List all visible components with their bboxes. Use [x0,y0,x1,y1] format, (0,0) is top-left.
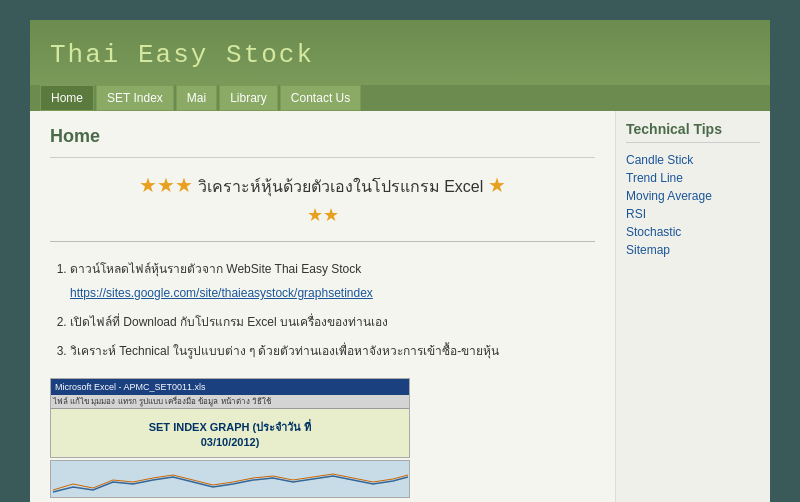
screenshot-area: Microsoft Excel - APMC_SET0011.xls ไฟล์ … [50,378,595,498]
sub-stars: ★★ [50,204,595,226]
sidebar-link-moving[interactable]: Moving Average [626,187,760,205]
instructions-list: ดาวน์โหลดไฟล์หุ้นรายตัวจาก WebSite Thai … [70,257,595,363]
window-title-bar: Microsoft Excel - APMC_SET0011.xls [55,382,206,392]
list-item-2-text: เปิดไฟล์ที่ Download กับโปรแกรม Excel บน… [70,315,388,329]
navbar: Home SET Index Mai Library Contact Us [30,85,770,111]
list-item-1: ดาวน์โหลดไฟล์หุ้นรายตัวจาก WebSite Thai … [70,257,595,305]
list-item-1-link[interactable]: https://sites.google.com/site/thaieasyst… [70,286,373,300]
screenshot-box[interactable]: Microsoft Excel - APMC_SET0011.xls ไฟล์ … [50,378,410,458]
main-content: Home ★★★ วิเคราะห์หุ้นด้วยตัวเองในโปรแกร… [30,111,615,502]
site-title: Thai Easy Stock [50,40,314,70]
main-wrapper: Thai Easy Stock Home SET Index Mai Libra… [30,20,770,502]
chart-simulation [50,460,410,498]
sidebar: Technical Tips Candle Stick Trend Line M… [615,111,770,502]
sidebar-title: Technical Tips [626,121,760,143]
sidebar-link-stochastic[interactable]: Stochastic [626,223,760,241]
sidebar-link-rsi[interactable]: RSI [626,205,760,223]
star-icon-3: ★★ [307,205,339,225]
list-item-2: เปิดไฟล์ที่ Download กับโปรแกรม Excel บน… [70,310,595,334]
heading-text: วิเคราะห์หุ้นด้วยตัวเองในโปรแกรม Excel [198,178,488,195]
sidebar-link-candle[interactable]: Candle Stick [626,151,760,169]
screenshot-inner: Microsoft Excel - APMC_SET0011.xls ไฟล์ … [51,379,409,457]
star-icon-1: ★★★ [139,174,193,196]
page-title: Home [50,126,595,147]
screenshot-container: Microsoft Excel - APMC_SET0011.xls ไฟล์ … [50,378,410,498]
sidebar-link-sitemap[interactable]: Sitemap [626,241,760,259]
nav-set-index[interactable]: SET Index [96,85,174,111]
content-area: Home ★★★ วิเคราะห์หุ้นด้วยตัวเองในโปรแกร… [30,111,770,502]
nav-contact-us[interactable]: Contact Us [280,85,361,111]
star-icon-2: ★ [488,174,506,196]
chart-svg [53,462,408,497]
nav-library[interactable]: Library [219,85,278,111]
list-item-3: วิเคราะห์ Technical ในรูปแบบต่าง ๆ ด้วยต… [70,339,595,363]
list-item-3-text: วิเคราะห์ Technical ในรูปแบบต่าง ๆ ด้วยต… [70,344,499,358]
screenshot-label: SET INDEX GRAPH (ประจำวัน ที่03/10/2012) [149,418,312,448]
nav-mai[interactable]: Mai [176,85,217,111]
divider-mid [50,241,595,242]
star-heading: ★★★ วิเคราะห์หุ้นด้วยตัวเองในโปรแกรม Exc… [50,173,595,199]
sidebar-link-trend[interactable]: Trend Line [626,169,760,187]
list-item-1-text: ดาวน์โหลดไฟล์หุ้นรายตัวจาก WebSite Thai … [70,262,361,276]
divider-top [50,157,595,158]
nav-home[interactable]: Home [40,85,94,111]
header: Thai Easy Stock [30,20,770,85]
menu-bar: ไฟล์ แก้ไข มุมมอง แทรก รูปแบบ เครื่องมือ… [53,395,271,408]
